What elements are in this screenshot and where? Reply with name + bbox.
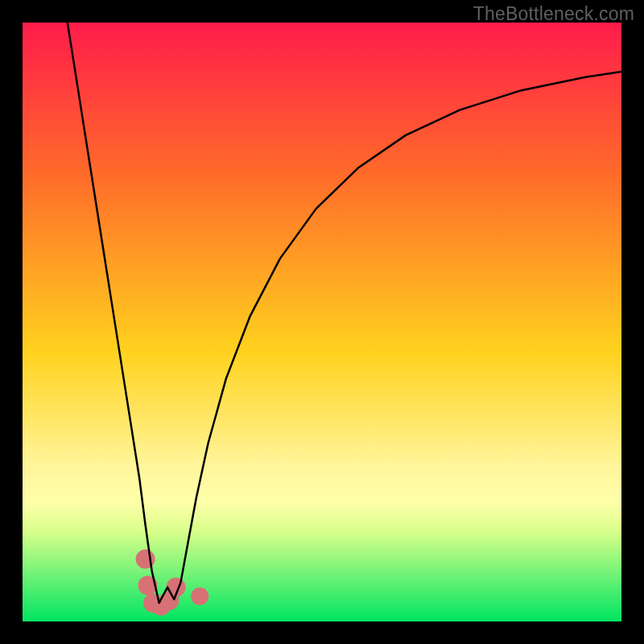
attribution-text: TheBottleneck.com bbox=[473, 3, 634, 25]
gradient-background bbox=[23, 23, 621, 621]
bottleneck-chart bbox=[23, 23, 621, 621]
chart-frame bbox=[23, 23, 621, 621]
marker-7 bbox=[191, 588, 208, 605]
